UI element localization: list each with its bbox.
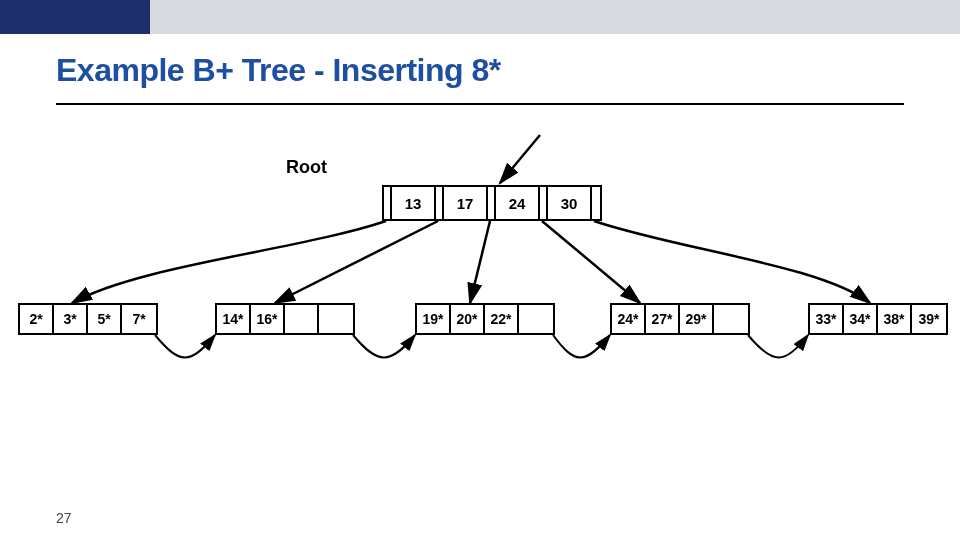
leaf-2-cell-0: 19* xyxy=(417,305,451,333)
root-ptr-4 xyxy=(592,187,600,219)
diagram-canvas: Root 13 17 24 30 2* 3* 5* 7* 14* 16* 19*… xyxy=(0,105,960,465)
leaf-2-cell-2: 22* xyxy=(485,305,519,333)
leaf-1-cell-3 xyxy=(319,305,353,333)
svg-line-1 xyxy=(275,221,438,303)
leaf-2: 19* 20* 22* xyxy=(415,303,555,335)
leaf-3-cell-0: 24* xyxy=(612,305,646,333)
leaf-3-cell-3 xyxy=(714,305,748,333)
root-node: 13 17 24 30 xyxy=(382,185,602,221)
header-accent-block xyxy=(0,0,150,34)
page-number: 27 xyxy=(56,510,72,526)
leaf-1-cell-2 xyxy=(285,305,319,333)
leaf-4-cell-1: 34* xyxy=(844,305,878,333)
svg-line-2 xyxy=(470,221,490,303)
leaf-0-cell-2: 5* xyxy=(88,305,122,333)
header-bar xyxy=(0,0,960,34)
leaf-1-cell-0: 14* xyxy=(217,305,251,333)
leaf-3-cell-2: 29* xyxy=(680,305,714,333)
leaf-4-cell-3: 39* xyxy=(912,305,946,333)
root-key-2: 24 xyxy=(496,187,540,219)
leaf-4-cell-0: 33* xyxy=(810,305,844,333)
root-key-1: 17 xyxy=(444,187,488,219)
leaf-0-cell-1: 3* xyxy=(54,305,88,333)
leaf-2-cell-3 xyxy=(519,305,553,333)
root-ptr-1 xyxy=(436,187,444,219)
svg-line-0 xyxy=(500,135,540,183)
root-key-3: 30 xyxy=(548,187,592,219)
leaf-2-cell-1: 20* xyxy=(451,305,485,333)
leaf-0: 2* 3* 5* 7* xyxy=(18,303,158,335)
arrow-layer xyxy=(0,105,960,465)
leaf-0-cell-0: 2* xyxy=(20,305,54,333)
root-ptr-0 xyxy=(384,187,392,219)
title-area: Example B+ Tree - Inserting 8* xyxy=(0,34,960,97)
svg-line-3 xyxy=(542,221,640,303)
root-ptr-3 xyxy=(540,187,548,219)
slide-title: Example B+ Tree - Inserting 8* xyxy=(56,52,904,89)
leaf-4: 33* 34* 38* 39* xyxy=(808,303,948,335)
leaf-0-cell-3: 7* xyxy=(122,305,156,333)
leaf-1-cell-1: 16* xyxy=(251,305,285,333)
root-key-0: 13 xyxy=(392,187,436,219)
leaf-3-cell-1: 27* xyxy=(646,305,680,333)
leaf-3: 24* 27* 29* xyxy=(610,303,750,335)
root-ptr-2 xyxy=(488,187,496,219)
root-label: Root xyxy=(286,157,327,178)
leaf-4-cell-2: 38* xyxy=(878,305,912,333)
leaf-1: 14* 16* xyxy=(215,303,355,335)
